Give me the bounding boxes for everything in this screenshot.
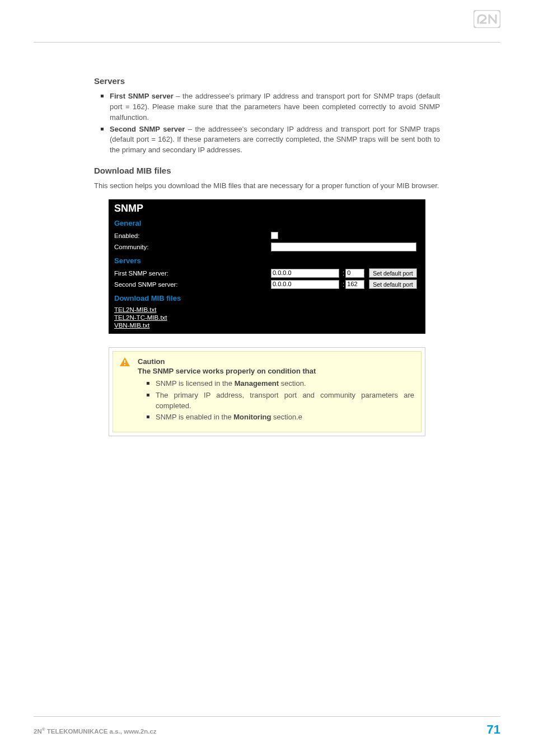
servers-list: First SNMP server – the addressee's prim… — [94, 91, 440, 156]
list-item-pre: SNMP is enabled in the — [156, 413, 233, 421]
footer-text: 2N® TELEKOMUNIKACE a.s., www.2n.cz — [34, 727, 157, 735]
first-server-label: First SNMP server: — [114, 270, 271, 277]
list-item-bold: Monitoring — [233, 413, 271, 421]
caution-box: Caution The SNMP service works properly … — [109, 347, 425, 436]
community-label: Community: — [114, 244, 271, 250]
svg-rect-1 — [124, 360, 125, 363]
list-item-pre: The primary IP address, transport port a… — [156, 391, 414, 410]
brand-logo-icon — [474, 10, 500, 30]
list-item-pre: SNMP is licensed in the — [156, 379, 235, 388]
download-heading: Download MIB files — [94, 166, 440, 175]
mib-link-2[interactable]: TEL2N-TC-MIB.txt — [114, 314, 167, 321]
page-footer: 2N® TELEKOMUNIKACE a.s., www.2n.cz 71 — [34, 716, 500, 737]
second-set-default-port-button[interactable]: Set default port — [369, 279, 416, 289]
warning-icon — [120, 357, 130, 368]
list-item-post: section.e — [271, 413, 302, 421]
snmp-general-heading: General — [114, 219, 420, 227]
caution-subtitle: The SNMP service works properly on condi… — [138, 367, 414, 375]
list-item-bold: Management — [235, 379, 279, 388]
snmp-screenshot: SNMP General Enabled: Community: Servers… — [109, 199, 425, 334]
snmp-title: SNMP — [114, 203, 420, 214]
colon-separator: : — [343, 269, 344, 277]
caution-title: Caution — [138, 357, 414, 366]
list-item-post: section. — [279, 379, 306, 388]
list-item: First SNMP server – the addressee's prim… — [110, 91, 440, 123]
snmp-download-heading: Download MIB files — [114, 294, 420, 302]
svg-rect-2 — [124, 364, 125, 365]
mib-link-1[interactable]: TEL2N-MIB.txt — [114, 306, 156, 313]
first-server-port-input[interactable]: 0 — [345, 269, 364, 278]
enabled-checkbox[interactable] — [271, 232, 278, 239]
second-server-port-input[interactable]: 162 — [345, 280, 364, 289]
mib-link-3[interactable]: VBN-MIB.txt — [114, 322, 149, 329]
download-paragraph: This section helps you download the MIB … — [94, 181, 440, 192]
page-content: Servers First SNMP server – the addresse… — [34, 43, 500, 436]
list-item-label: Second SNMP server — [110, 125, 185, 133]
snmp-servers-heading: Servers — [114, 256, 420, 265]
list-item: The primary IP address, transport port a… — [156, 390, 414, 412]
first-server-ip-input[interactable]: 0.0.0.0 — [271, 269, 339, 278]
community-input[interactable] — [271, 242, 416, 251]
colon-separator: : — [343, 281, 344, 288]
first-set-default-port-button[interactable]: Set default port — [369, 268, 416, 278]
list-item: Second SNMP server – the addressee's sec… — [110, 124, 440, 156]
servers-heading: Servers — [94, 76, 440, 86]
list-item: SNMP is enabled in the Monitoring sectio… — [156, 412, 414, 423]
caution-list: SNMP is licensed in the Management secti… — [138, 379, 414, 423]
page-number: 71 — [487, 722, 500, 737]
list-item: SNMP is licensed in the Management secti… — [156, 379, 414, 389]
second-server-ip-input[interactable]: 0.0.0.0 — [271, 280, 339, 289]
second-server-label: Second SNMP server: — [114, 281, 271, 288]
page-header — [34, 0, 500, 43]
enabled-label: Enabled: — [114, 232, 271, 239]
list-item-label: First SNMP server — [110, 92, 174, 100]
